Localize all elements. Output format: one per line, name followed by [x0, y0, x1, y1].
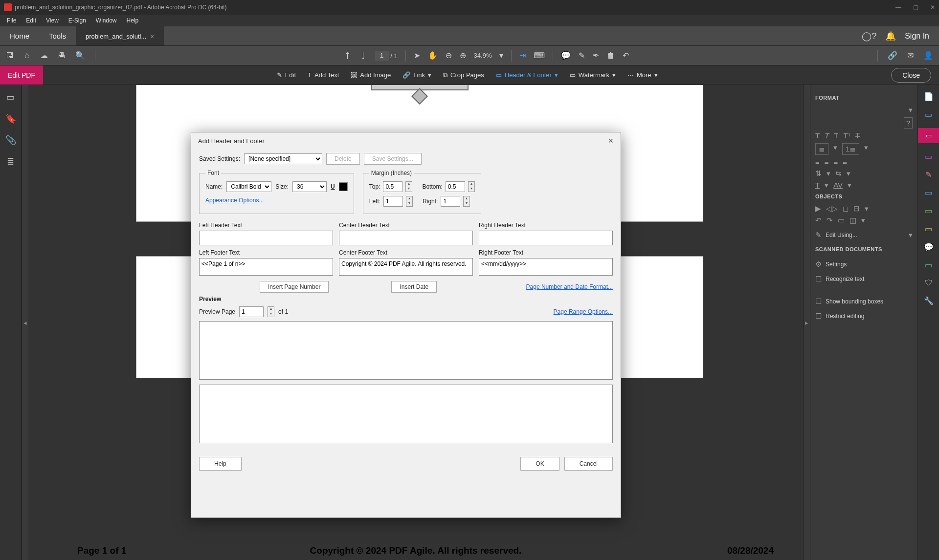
margin-legend: Margin (Inches) [369, 170, 414, 176]
dialog-close-icon[interactable]: ✕ [608, 137, 614, 145]
margin-right-spinner[interactable]: ▴▾ [463, 196, 470, 207]
save-settings-button[interactable]: Save Settings... [364, 153, 422, 165]
saved-settings-label: Saved Settings: [199, 155, 240, 162]
font-name-select[interactable]: Calibri Bold [226, 181, 271, 192]
left-header-input[interactable] [199, 231, 333, 245]
preview-page-of: of 1 [278, 308, 288, 315]
font-size-select[interactable]: 36 [292, 181, 327, 192]
center-footer-input[interactable]: Copyright © 2024 PDF Agile. All rights r… [339, 258, 473, 276]
margin-fieldset: Margin (Inches) Top:▴▾ Bottom:▴▾ Left:▴▾… [363, 170, 481, 214]
font-size-label: Size: [275, 183, 289, 190]
margin-top-label: Top: [369, 183, 380, 190]
dialog-overlay: Add Header and Footer ✕ Saved Settings: … [0, 0, 939, 560]
right-header-label: Right Header Text [479, 222, 613, 229]
preview-header-box [199, 321, 613, 380]
font-name-label: Name: [205, 183, 223, 190]
margin-bottom-label: Bottom: [422, 183, 442, 190]
margin-right-input[interactable] [441, 196, 460, 207]
margin-top-input[interactable] [383, 181, 402, 192]
delete-button[interactable]: Delete [326, 153, 360, 165]
right-footer-label: Right Footer Text [479, 249, 613, 256]
preview-footer-box [199, 385, 613, 443]
appearance-options-link[interactable]: Appearance Options... [205, 197, 264, 204]
page-range-options-link[interactable]: Page Range Options... [554, 308, 613, 315]
help-button[interactable]: Help [199, 457, 242, 471]
margin-right-label: Right: [423, 198, 438, 205]
left-footer-input[interactable]: <<Page 1 of n>> [199, 258, 333, 276]
underline-icon[interactable]: U [331, 183, 335, 190]
add-header-footer-dialog: Add Header and Footer ✕ Saved Settings: … [191, 132, 621, 518]
saved-settings-select[interactable]: [None specified] [244, 153, 322, 164]
insert-page-number-button[interactable]: Insert Page Number [260, 281, 329, 293]
font-color-swatch[interactable] [339, 182, 348, 191]
insert-date-button[interactable]: Insert Date [391, 281, 437, 293]
preview-page-label: Preview Page [199, 308, 235, 315]
font-fieldset: Font Name: Calibri Bold Size: 36 U Appea… [199, 170, 354, 214]
left-footer-label: Left Footer Text [199, 249, 333, 256]
margin-bottom-spinner[interactable]: ▴▾ [468, 181, 475, 192]
margin-left-input[interactable] [383, 196, 403, 207]
margin-left-spinner[interactable]: ▴▾ [406, 196, 413, 207]
center-footer-label: Center Footer Text [339, 249, 473, 256]
margin-left-label: Left: [369, 198, 380, 205]
center-header-label: Center Header Text [339, 222, 473, 229]
font-legend: Font [205, 170, 221, 176]
preview-heading: Preview [199, 296, 613, 302]
margin-bottom-input[interactable] [446, 181, 465, 192]
right-footer-input[interactable]: <<mm/dd/yyyy>> [479, 258, 613, 276]
preview-page-spinner[interactable]: ▴▾ [268, 306, 274, 317]
cancel-button[interactable]: Cancel [564, 457, 613, 471]
left-header-label: Left Header Text [199, 222, 333, 229]
page-number-date-format-link[interactable]: Page Number and Date Format... [526, 283, 613, 290]
ok-button[interactable]: OK [520, 457, 559, 471]
margin-top-spinner[interactable]: ▴▾ [405, 181, 412, 192]
preview-page-input[interactable] [239, 306, 264, 317]
center-header-input[interactable] [339, 231, 473, 245]
dialog-title: Add Header and Footer [198, 137, 265, 145]
right-header-input[interactable] [479, 231, 613, 245]
